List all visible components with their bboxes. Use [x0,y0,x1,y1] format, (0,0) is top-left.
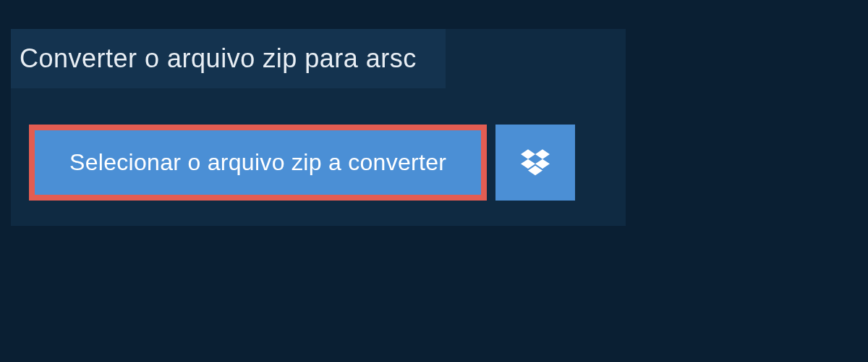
header-tab: Converter o arquivo zip para arsc [11,29,446,88]
select-file-button[interactable]: Selecionar o arquivo zip a converter [35,130,481,195]
select-file-highlight: Selecionar o arquivo zip a converter [29,125,487,201]
button-row: Selecionar o arquivo zip a converter [29,125,626,201]
dropbox-icon [521,147,550,178]
converter-panel: Converter o arquivo zip para arsc Seleci… [11,29,626,226]
page-title: Converter o arquivo zip para arsc [20,43,417,74]
dropbox-button[interactable] [495,125,575,201]
